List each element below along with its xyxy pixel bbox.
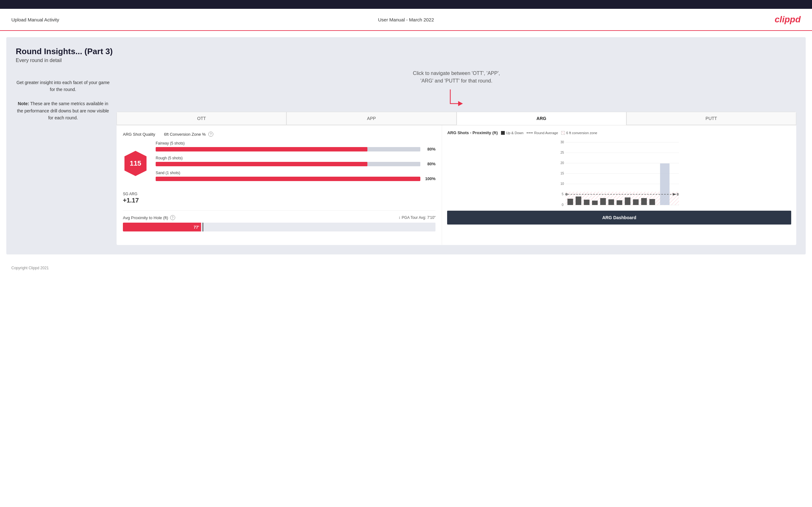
bar-sand-pct: 100% [423, 176, 436, 181]
chart-svg: 0 5 10 15 20 25 30 [447, 138, 791, 208]
tab-app[interactable]: APP [287, 112, 456, 125]
bar-sand-label: Sand (1 shots) [156, 171, 436, 175]
svg-rect-22 [600, 198, 606, 205]
annotation-text: Get greater insight into each facet of y… [16, 79, 110, 121]
bar-fairway: Fairway (5 shots) 80% [156, 141, 436, 152]
svg-rect-19 [576, 196, 581, 205]
bar-rough-track [156, 162, 420, 166]
hexagon-score: 115 [123, 149, 148, 178]
upload-manual-link[interactable]: Upload Manual Activity [11, 17, 59, 22]
svg-rect-25 [625, 198, 630, 205]
legend-up-down: Up & Down [501, 131, 524, 135]
right-section: Click to navigate between 'OTT', 'APP','… [116, 70, 796, 245]
svg-rect-20 [584, 200, 590, 205]
header-center-title: User Manual - March 2022 [378, 17, 434, 22]
arrow-container [116, 88, 796, 110]
bar-fairway-track [156, 147, 420, 152]
svg-rect-26 [660, 163, 670, 205]
legend-round-avg: Round Average [526, 131, 558, 135]
proximity-cursor [203, 223, 203, 231]
legend-hatch-icon [561, 131, 565, 135]
tab-arg[interactable]: ARG [457, 112, 626, 125]
proximity-bar-fill: 77' [123, 223, 201, 231]
main-content: Round Insights... (Part 3) Every round i… [6, 37, 806, 255]
copyright-text: Copyright Clippd 2021 [11, 266, 49, 270]
proximity-label: Avg Proximity to Hole (ft) ? [123, 215, 175, 220]
top-bar [0, 0, 812, 9]
svg-rect-29 [649, 199, 655, 205]
page-title: Round Insights... (Part 3) [16, 47, 796, 56]
svg-rect-18 [567, 199, 573, 205]
clippd-logo: clippd [775, 14, 801, 24]
svg-text:25: 25 [561, 151, 564, 154]
svg-text:10: 10 [561, 182, 564, 185]
bar-sand: Sand (1 shots) 100% [156, 171, 436, 181]
left-card: ARG Shot Quality 6ft Conversion Zone % ?… [116, 125, 442, 245]
arg-dashboard-btn[interactable]: ARG Dashboard [447, 211, 791, 225]
annotation-insight: Get greater insight into each facet of y… [16, 80, 110, 92]
chart-title: ARG Shots - Proximity (ft) [447, 130, 498, 135]
tabs: OTT APP ARG PUTT [116, 112, 796, 125]
proximity-help-icon[interactable]: ? [170, 215, 175, 220]
svg-rect-21 [592, 201, 598, 205]
proximity-section: Avg Proximity to Hole (ft) ? ↕ PGA Tour … [123, 210, 436, 231]
svg-text:15: 15 [561, 172, 564, 175]
card-body: ARG Shot Quality 6ft Conversion Zone % ?… [116, 125, 796, 245]
svg-rect-24 [617, 200, 622, 205]
bars-section: Fairway (5 shots) 80% Rou [156, 141, 436, 185]
proximity-bar-track: 77' [123, 223, 436, 231]
svg-marker-0 [458, 101, 463, 106]
bar-rough-fill [156, 162, 367, 166]
header: Upload Manual Activity User Manual - Mar… [0, 9, 812, 31]
legend-6ft: 6 ft conversion zone [561, 131, 597, 135]
sg-section: SG ARG +1.17 [123, 192, 436, 204]
sg-label: SG ARG [123, 192, 436, 196]
card: OTT APP ARG PUTT ARG Shot Quality 6ft Co… [116, 112, 796, 245]
bar-rough-label: Rough (5 shots) [156, 156, 436, 160]
svg-text:5: 5 [562, 192, 564, 196]
chart-header: ARG Shots - Proximity (ft) Up & Down Rou… [447, 130, 791, 135]
svg-text:20: 20 [561, 161, 564, 165]
shot-quality-label: ARG Shot Quality 6ft Conversion Zone % ? [123, 132, 436, 137]
tab-putt[interactable]: PUTT [626, 112, 796, 125]
bar-rough: Rough (5 shots) 80% [156, 156, 436, 166]
hexagon-value: 115 [130, 159, 142, 168]
right-card: ARG Shots - Proximity (ft) Up & Down Rou… [442, 125, 796, 245]
svg-text:0: 0 [562, 203, 564, 207]
content-area: Get greater insight into each facet of y… [16, 70, 796, 245]
hexagon-wrapper: 115 Fairway (5 shots) [123, 141, 436, 185]
svg-rect-27 [633, 199, 639, 205]
nav-annotation: Click to navigate between 'OTT', 'APP','… [116, 70, 796, 85]
bar-fairway-fill [156, 147, 367, 152]
svg-rect-28 [641, 198, 647, 205]
footer: Copyright Clippd 2021 [0, 261, 812, 275]
page-subtitle: Every round in detail [16, 58, 796, 63]
arrow-icon [447, 88, 466, 110]
legend-dashed-icon [526, 132, 533, 133]
svg-text:30: 30 [561, 140, 564, 144]
bar-sand-fill [156, 177, 420, 181]
annotation-note-label: Note: [18, 101, 29, 106]
chart-area: 0 5 10 15 20 25 30 [447, 138, 791, 208]
left-panel: Get greater insight into each facet of y… [16, 70, 110, 245]
bar-sand-track [156, 177, 420, 181]
legend-square-icon [501, 131, 505, 135]
svg-rect-23 [608, 199, 614, 205]
pga-avg: ↕ PGA Tour Avg: 7'10" [399, 215, 436, 220]
bar-rough-pct: 80% [423, 162, 436, 166]
conversion-help-icon[interactable]: ? [208, 132, 213, 137]
svg-point-30 [565, 193, 568, 195]
bar-fairway-label: Fairway (5 shots) [156, 141, 436, 146]
svg-text:8: 8 [677, 192, 679, 196]
annotation-note-text: These are the same metrics available in … [17, 101, 109, 120]
sg-value: +1.17 [123, 197, 436, 204]
bar-fairway-pct: 80% [423, 147, 436, 152]
tab-ott[interactable]: OTT [116, 112, 287, 125]
